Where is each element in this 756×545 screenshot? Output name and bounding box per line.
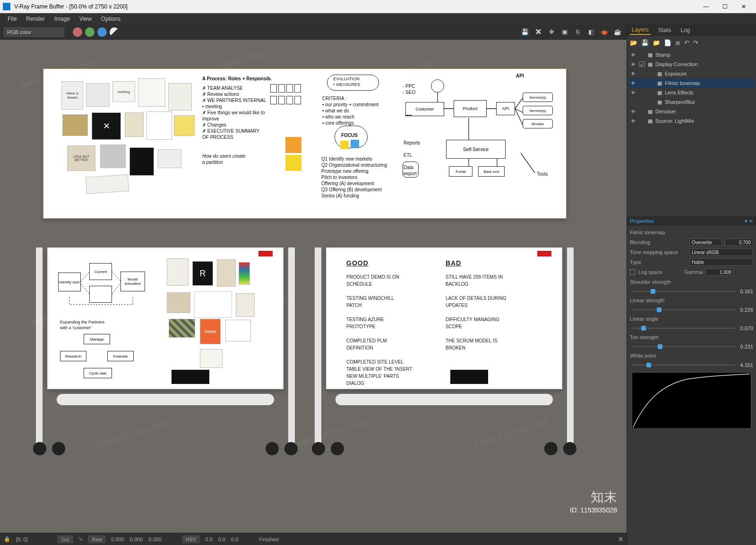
slider-thumb[interactable] bbox=[641, 326, 646, 331]
status-hsv-h: 0.0 bbox=[205, 536, 212, 542]
render-viewport[interactable]: Have a dream nothing ✕ LESS BUT BETTER bbox=[0, 40, 627, 533]
slider-track[interactable] bbox=[632, 328, 735, 329]
visibility-icon[interactable]: · bbox=[631, 100, 636, 105]
slider-thumb[interactable] bbox=[646, 363, 651, 367]
channel-green[interactable] bbox=[85, 27, 94, 37]
slider-track[interactable] bbox=[632, 346, 735, 347]
layer-row[interactable]: 👁▦Denoiser bbox=[629, 107, 754, 116]
render-mobile-board-right: GOOD PRODUCT DEMO IS ON SCHEDULE TESTING… bbox=[312, 247, 576, 451]
moodboard-photo bbox=[100, 145, 126, 168]
moodboard-card: nothing bbox=[112, 81, 135, 102]
slider-value[interactable]: 0.161 bbox=[740, 289, 753, 294]
prop-header: Filmic tonemap bbox=[630, 230, 687, 235]
slider-track[interactable] bbox=[632, 365, 735, 366]
diagram-box: Cycle sale bbox=[84, 368, 112, 378]
visibility-icon[interactable]: 👁 bbox=[631, 71, 636, 77]
tms-dropdown[interactable]: Linear sRGB bbox=[689, 248, 753, 256]
menu-render[interactable]: Render bbox=[21, 14, 49, 24]
layer-redo-icon[interactable]: ↷ bbox=[693, 39, 698, 46]
blending-dropdown[interactable]: Overwrite bbox=[689, 238, 722, 246]
slider-thumb[interactable] bbox=[658, 344, 662, 349]
delete-icon[interactable]: 🗙 bbox=[533, 27, 543, 37]
teapot-icon[interactable]: ☕ bbox=[612, 27, 623, 37]
menu-options[interactable]: Options bbox=[96, 14, 125, 24]
tab-stats[interactable]: Stats bbox=[656, 26, 673, 34]
layer-row[interactable]: 👁▦Exposure bbox=[629, 69, 754, 78]
slider-label: White point bbox=[630, 353, 687, 358]
render-moodboard: Have a dream nothing ✕ LESS BUT BETTER bbox=[53, 78, 195, 211]
channel-dropdown[interactable]: RGB color bbox=[4, 27, 64, 37]
menu-file[interactable]: File bbox=[3, 14, 21, 24]
slider-track[interactable] bbox=[632, 309, 735, 310]
layer-row[interactable]: ·▦Sharpen/Blur bbox=[629, 97, 754, 107]
visibility-icon[interactable]: 👁 bbox=[631, 52, 636, 58]
layer-list-icon[interactable]: ≣ bbox=[675, 39, 680, 46]
slider-thumb[interactable] bbox=[651, 289, 655, 294]
status-hsv-label[interactable]: HSV bbox=[182, 536, 200, 543]
expand-icon[interactable]: ≣ bbox=[619, 536, 623, 542]
blending-label: Blending bbox=[630, 239, 687, 245]
menu-image[interactable]: Image bbox=[50, 14, 75, 24]
channel-red[interactable] bbox=[73, 27, 82, 37]
layer-row[interactable]: 👁▦Lens Effects bbox=[629, 88, 754, 97]
properties-panel: Filmic tonemap Blending Overwrite 0.700 … bbox=[627, 226, 756, 434]
layer-save-icon[interactable]: 💾 bbox=[641, 39, 649, 46]
close-button[interactable]: ✕ bbox=[734, 0, 753, 13]
tab-log[interactable]: Log bbox=[679, 26, 692, 34]
tonemap-curve[interactable] bbox=[632, 372, 751, 429]
layer-checkbox[interactable]: ✓ bbox=[639, 61, 645, 67]
slider-value[interactable]: 4.151 bbox=[740, 362, 753, 368]
channel-blue[interactable] bbox=[97, 27, 107, 37]
status-coords: [0, 0] bbox=[16, 536, 27, 542]
channel-mono[interactable] bbox=[110, 27, 119, 37]
collapse-icon[interactable]: ▾ ✕ bbox=[745, 218, 753, 224]
tab-layers[interactable]: Layers bbox=[630, 26, 651, 35]
type-dropdown[interactable]: Hable bbox=[689, 258, 753, 266]
visibility-icon[interactable]: 👁 bbox=[631, 81, 636, 86]
status-raw-g: 0.000 bbox=[130, 536, 143, 542]
moodboard-photo bbox=[62, 114, 88, 136]
link-icon[interactable]: ⎘ bbox=[573, 27, 583, 37]
slider-value[interactable]: 0.226 bbox=[740, 307, 753, 313]
board-criteria: CRITERIA : • our priority + commitment •… bbox=[322, 95, 378, 126]
visibility-icon[interactable]: 👁 bbox=[631, 119, 636, 124]
menu-view[interactable]: View bbox=[75, 14, 96, 24]
status-raw-b: 0.000 bbox=[148, 536, 162, 542]
watermark-id: ID: 1153935028 bbox=[570, 506, 617, 514]
properties-header[interactable]: Properties ▾ ✕ bbox=[627, 216, 756, 226]
curve-icon[interactable]: ⤡ bbox=[78, 536, 83, 542]
visibility-icon[interactable]: 👁 bbox=[631, 109, 636, 114]
layer-undo-icon[interactable]: ↶ bbox=[684, 39, 689, 46]
lock-icon[interactable]: 🔒 bbox=[4, 536, 10, 542]
slider-value[interactable]: 0.231 bbox=[740, 344, 753, 349]
layer-load-icon[interactable]: 📂 bbox=[630, 39, 637, 46]
log-space-checkbox[interactable] bbox=[630, 269, 636, 275]
layer-row[interactable]: 👁▦Stamp bbox=[629, 50, 754, 60]
slider-value[interactable]: 0.070 bbox=[740, 325, 753, 331]
moodboard-photo bbox=[86, 83, 110, 107]
blending-amount[interactable]: 0.700 bbox=[725, 238, 753, 246]
visibility-icon[interactable]: 👁 bbox=[631, 62, 636, 67]
slider-track[interactable] bbox=[632, 291, 735, 292]
status-raw-label[interactable]: Raw bbox=[88, 536, 105, 543]
maximize-button[interactable]: ☐ bbox=[715, 0, 734, 13]
region-icon[interactable]: ▣ bbox=[559, 27, 570, 37]
save-icon[interactable]: 💾 bbox=[520, 27, 530, 37]
layer-type-icon: ▦ bbox=[648, 52, 653, 58]
visibility-icon[interactable]: 👁 bbox=[631, 90, 636, 95]
layer-row[interactable]: 👁▦Source: LightMix bbox=[629, 116, 754, 126]
diagram-box: Models bbox=[523, 119, 553, 128]
moodboard-figure bbox=[146, 111, 172, 140]
bucket-icon[interactable]: 🫖 bbox=[599, 27, 610, 37]
layer-row[interactable]: 👁✓▦Display Correction bbox=[629, 60, 754, 69]
cursor-icon[interactable]: ✥ bbox=[546, 27, 557, 37]
sticky-note bbox=[340, 141, 349, 149]
minimize-button[interactable]: — bbox=[696, 0, 715, 13]
layer-add-icon[interactable]: 📄 bbox=[664, 39, 671, 46]
slider-thumb[interactable] bbox=[657, 307, 662, 312]
ab-compare-icon[interactable]: ◧ bbox=[586, 27, 596, 37]
layer-folder-icon[interactable]: 📁 bbox=[653, 39, 660, 46]
zoom-selector[interactable]: 1x1 bbox=[58, 536, 73, 543]
layer-row[interactable]: 👁▦Filmic tonemap bbox=[629, 78, 754, 88]
gamma-value[interactable]: 1.000 bbox=[705, 268, 734, 276]
